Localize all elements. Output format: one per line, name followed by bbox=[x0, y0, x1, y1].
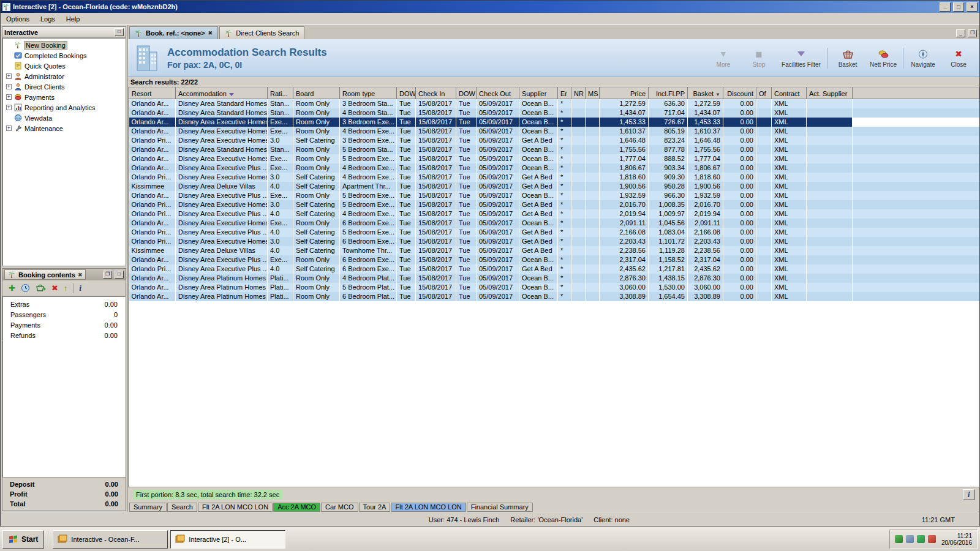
sidebar-item-viewdata[interactable]: Viewdata bbox=[3, 113, 125, 123]
result-cell[interactable]: Orlando Ar... bbox=[129, 283, 176, 292]
result-cell[interactable]: Self Catering bbox=[293, 173, 340, 182]
result-cell[interactable]: Apartment Thr... bbox=[340, 182, 397, 191]
result-cell[interactable]: Get A Bed bbox=[519, 246, 558, 255]
result-cell[interactable]: 3 Bedroom Sta... bbox=[340, 99, 397, 108]
result-cell[interactable]: 2,019.94 bbox=[688, 209, 723, 219]
result-cell[interactable]: Room Only bbox=[293, 99, 340, 108]
result-cell[interactable]: Exe... bbox=[268, 127, 293, 136]
result-cell[interactable]: Ocean B... bbox=[519, 145, 558, 154]
result-cell[interactable]: 1,434.07 bbox=[688, 108, 723, 118]
result-cell[interactable]: 717.04 bbox=[649, 108, 688, 118]
info-button[interactable]: i bbox=[963, 489, 974, 500]
result-cell[interactable]: 05/09/2017 bbox=[477, 154, 519, 163]
result-cell[interactable]: * bbox=[558, 136, 571, 145]
column-header[interactable]: MS bbox=[586, 88, 600, 99]
result-cell[interactable]: * bbox=[558, 127, 571, 136]
result-row[interactable]: Orlando Ar...Disney Area Platinum HomesP… bbox=[129, 274, 979, 283]
result-cell[interactable]: 2,238.56 bbox=[600, 246, 649, 255]
result-cell[interactable]: 2,435.62 bbox=[600, 264, 649, 274]
result-cell[interactable]: Ocean B... bbox=[519, 191, 558, 200]
nett-price-button[interactable]: Nett Price bbox=[867, 47, 899, 69]
result-cell[interactable] bbox=[807, 154, 853, 163]
result-cell[interactable] bbox=[807, 237, 853, 246]
result-cell[interactable]: 15/08/2017 bbox=[416, 209, 456, 219]
result-cell[interactable]: Stan... bbox=[268, 145, 293, 154]
result-cell[interactable]: Tue bbox=[397, 283, 416, 292]
result-cell[interactable]: Tue bbox=[397, 154, 416, 163]
panel-maximize-button[interactable]: □ bbox=[115, 271, 124, 279]
result-cell[interactable] bbox=[571, 145, 586, 154]
info-button[interactable]: i bbox=[79, 284, 81, 292]
result-cell[interactable]: Ocean B... bbox=[519, 274, 558, 283]
result-cell[interactable] bbox=[586, 108, 600, 118]
result-cell[interactable]: 3.0 bbox=[268, 237, 293, 246]
result-cell[interactable]: Disney Area Executive Plus ... bbox=[176, 255, 268, 264]
result-cell[interactable]: 2,203.43 bbox=[600, 237, 649, 246]
result-cell[interactable]: Tue bbox=[456, 182, 477, 191]
result-cell[interactable] bbox=[807, 145, 853, 154]
result-cell[interactable]: Room Only bbox=[293, 219, 340, 228]
booking-contents-tab[interactable]: Booking contents ✖ bbox=[4, 269, 86, 280]
result-cell[interactable]: 966.30 bbox=[649, 191, 688, 200]
tab-summary[interactable]: Summary bbox=[129, 503, 167, 512]
result-cell[interactable]: 15/08/2017 bbox=[416, 118, 456, 127]
result-cell[interactable]: * bbox=[558, 246, 571, 255]
result-cell[interactable]: Orlando Pri... bbox=[129, 136, 176, 145]
result-cell[interactable]: Room Only bbox=[293, 163, 340, 173]
result-cell[interactable]: 05/09/2017 bbox=[477, 292, 519, 301]
result-cell[interactable]: Disney Area Platinum Homes bbox=[176, 274, 268, 283]
result-cell[interactable] bbox=[586, 237, 600, 246]
column-header[interactable]: Of bbox=[756, 88, 772, 99]
result-cell[interactable]: Exe... bbox=[268, 219, 293, 228]
result-cell[interactable]: 877.78 bbox=[649, 145, 688, 154]
column-header[interactable]: Contract bbox=[772, 88, 807, 99]
result-cell[interactable]: 2,238.56 bbox=[688, 246, 723, 255]
result-cell[interactable]: 6 Bedroom Exe... bbox=[340, 255, 397, 264]
result-cell[interactable]: Tue bbox=[397, 292, 416, 301]
result-cell[interactable]: 1,777.04 bbox=[688, 154, 723, 163]
result-cell[interactable]: Disney Area Executive Homes bbox=[176, 127, 268, 136]
result-cell[interactable]: Tue bbox=[456, 99, 477, 108]
result-cell[interactable]: 15/08/2017 bbox=[416, 173, 456, 182]
result-cell[interactable]: Disney Area Platinum Homes bbox=[176, 292, 268, 301]
result-cell[interactable]: Ocean B... bbox=[519, 283, 558, 292]
tab-car[interactable]: Car MCO bbox=[321, 503, 358, 512]
result-cell[interactable]: Orlando Ar... bbox=[129, 145, 176, 154]
result-row[interactable]: Orlando Pri...Disney Area Executive Plus… bbox=[129, 228, 979, 237]
column-header[interactable]: Resort bbox=[129, 88, 176, 99]
result-cell[interactable] bbox=[756, 182, 772, 191]
result-cell[interactable]: 05/09/2017 bbox=[477, 228, 519, 237]
expand-icon[interactable]: + bbox=[6, 84, 12, 89]
result-cell[interactable]: * bbox=[558, 154, 571, 163]
tab-close-icon[interactable]: ✖ bbox=[208, 30, 213, 36]
result-cell[interactable]: Tue bbox=[397, 255, 416, 264]
result-cell[interactable]: * bbox=[558, 264, 571, 274]
result-cell[interactable]: Get A Bed bbox=[519, 228, 558, 237]
result-cell[interactable]: Orlando Pri... bbox=[129, 237, 176, 246]
result-cell[interactable]: Plati... bbox=[268, 283, 293, 292]
move-up-button[interactable]: ↑ bbox=[64, 284, 68, 292]
result-cell[interactable]: XML bbox=[772, 264, 807, 274]
result-cell[interactable] bbox=[756, 163, 772, 173]
result-row[interactable]: KissimmeeDisney Area Deluxe Villas4.0Sel… bbox=[129, 182, 979, 191]
result-cell[interactable]: Tue bbox=[456, 283, 477, 292]
panel-restore-button[interactable]: ❐ bbox=[103, 271, 112, 279]
result-cell[interactable]: 2,317.04 bbox=[600, 255, 649, 264]
result-cell[interactable]: Orlando Ar... bbox=[129, 163, 176, 173]
result-cell[interactable]: Disney Area Deluxe Villas bbox=[176, 246, 268, 255]
result-cell[interactable]: Ocean B... bbox=[519, 219, 558, 228]
result-cell[interactable]: Tue bbox=[397, 264, 416, 274]
result-cell[interactable] bbox=[586, 173, 600, 182]
result-cell[interactable]: 1,900.56 bbox=[688, 182, 723, 191]
result-cell[interactable]: 0.00 bbox=[723, 136, 756, 145]
result-row[interactable]: Orlando Ar...Disney Area Executive Plus … bbox=[129, 163, 979, 173]
result-cell[interactable]: 1,217.81 bbox=[649, 264, 688, 274]
result-cell[interactable]: 15/08/2017 bbox=[416, 200, 456, 209]
result-cell[interactable] bbox=[586, 209, 600, 219]
result-cell[interactable]: 1,083.04 bbox=[649, 228, 688, 237]
result-cell[interactable]: XML bbox=[772, 228, 807, 237]
menu-help[interactable]: Help bbox=[61, 14, 86, 24]
result-cell[interactable]: 1,646.48 bbox=[600, 136, 649, 145]
result-cell[interactable]: XML bbox=[772, 108, 807, 118]
result-cell[interactable]: * bbox=[558, 292, 571, 301]
